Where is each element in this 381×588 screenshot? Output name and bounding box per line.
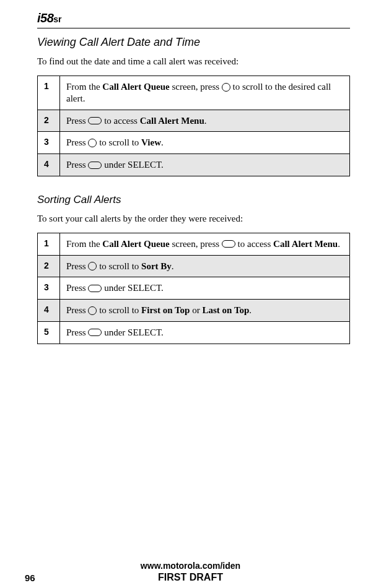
step-number: 3 xyxy=(38,277,60,300)
step-text: Press under SELECT. xyxy=(60,277,350,300)
model-name: i58 xyxy=(37,11,53,25)
table-row: 3 Press under SELECT. xyxy=(38,277,350,300)
soft-key-icon xyxy=(88,329,102,336)
menu-key-icon xyxy=(222,240,235,248)
step-number: 3 xyxy=(38,132,60,154)
steps-table: 1 From the Call Alert Queue screen, pres… xyxy=(37,233,350,344)
step-number: 4 xyxy=(38,154,60,176)
step-number: 2 xyxy=(38,110,60,132)
soft-key-icon xyxy=(88,162,102,169)
step-text: Press to scroll to Sort By. xyxy=(60,255,350,277)
section-intro: To find out the date and time a call ale… xyxy=(37,56,350,67)
soft-key-icon xyxy=(88,285,102,292)
steps-table: 1 From the Call Alert Queue screen, pres… xyxy=(37,76,350,176)
nav-key-icon xyxy=(88,139,97,147)
nav-key-icon xyxy=(88,262,97,270)
nav-key-icon xyxy=(88,306,97,315)
step-text: Press to scroll to First on Top or Last … xyxy=(60,300,350,322)
section-heading: Sorting Call Alerts xyxy=(37,194,350,206)
step-text: Press under SELECT. xyxy=(60,154,350,176)
menu-key-icon xyxy=(88,117,102,124)
nav-key-icon xyxy=(222,83,230,92)
table-row: 2 Press to access Call Alert Menu. xyxy=(38,110,350,132)
step-number: 4 xyxy=(38,300,60,322)
model-suffix: sr xyxy=(53,14,61,24)
header-rule xyxy=(37,28,350,28)
footer-url: www.motorola.com/iden xyxy=(0,561,381,571)
step-text: From the Call Alert Queue screen, press … xyxy=(60,233,350,255)
document-page: i58sr Viewing Call Alert Date and Time T… xyxy=(0,0,381,588)
table-row: 1 From the Call Alert Queue screen, pres… xyxy=(38,76,350,110)
section-intro: To sort your call alerts by the order th… xyxy=(37,214,350,224)
step-number: 1 xyxy=(38,76,60,110)
step-number: 5 xyxy=(38,321,60,344)
step-text: Press to access Call Alert Menu. xyxy=(60,110,350,132)
table-row: 3 Press to scroll to View. xyxy=(38,132,350,154)
table-row: 4 Press under SELECT. xyxy=(38,154,350,176)
step-number: 1 xyxy=(38,233,60,255)
table-row: 2 Press to scroll to Sort By. xyxy=(38,255,350,277)
step-text: Press under SELECT. xyxy=(60,321,350,344)
step-text: From the Call Alert Queue screen, press … xyxy=(60,76,350,110)
step-text: Press to scroll to View. xyxy=(60,132,350,154)
section-heading: Viewing Call Alert Date and Time xyxy=(37,36,350,49)
draft-label: FIRST DRAFT xyxy=(0,572,381,583)
table-row: 4 Press to scroll to First on Top or Las… xyxy=(38,300,350,322)
step-number: 2 xyxy=(38,255,60,277)
model-logo: i58sr xyxy=(37,11,350,25)
table-row: 1 From the Call Alert Queue screen, pres… xyxy=(38,233,350,255)
table-row: 5 Press under SELECT. xyxy=(38,321,350,344)
